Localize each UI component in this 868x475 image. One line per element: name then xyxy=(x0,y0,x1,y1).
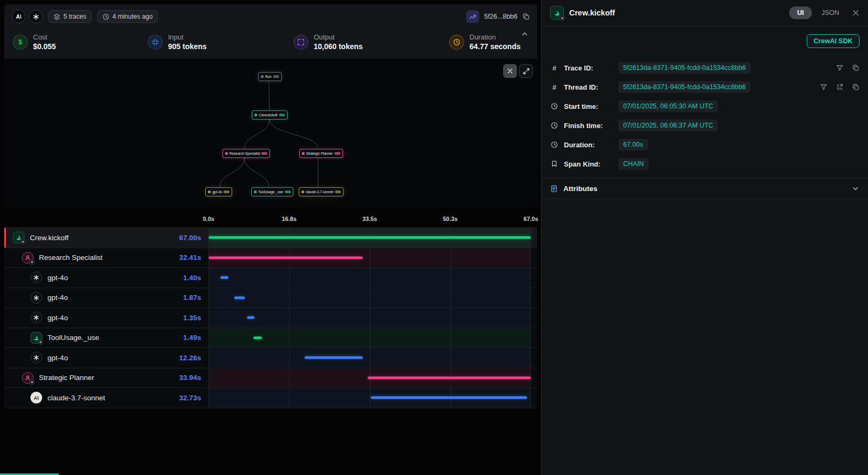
agent-icon xyxy=(22,252,34,264)
graph-node-claude-sonnet[interactable]: claude-3.7-sonnet xyxy=(299,187,344,196)
span-name: gpt-4o xyxy=(47,274,68,282)
filter-icon[interactable] xyxy=(836,64,843,72)
graph-node-gpt-4o[interactable]: gpt-4o xyxy=(205,187,232,196)
field-start-time: Start time: 07/01/2025, 06:05:30 AM UTC xyxy=(550,97,859,116)
timeline-track xyxy=(209,268,531,288)
field-value: 5f2613da-8371-9405-fcdd-0a1534cc8bb6 xyxy=(618,62,751,74)
copy-icon[interactable] xyxy=(522,13,530,20)
node-status-chip xyxy=(335,191,341,193)
clock-icon xyxy=(102,13,109,20)
node-dot-icon xyxy=(225,152,228,155)
span-row-gpt4o-4[interactable]: gpt-4o 12.26s xyxy=(4,348,537,368)
graph-node-research-specialist[interactable]: Research Specialist xyxy=(222,149,270,158)
document-icon xyxy=(550,185,558,193)
anthropic-logo-icon: A\ xyxy=(12,10,26,23)
time-axis: 0.0s 16.8s 33.5s 50.3s 67.0s xyxy=(209,211,531,227)
span-duration: 12.26s xyxy=(179,354,201,362)
timeline-track xyxy=(209,248,531,268)
trace-viewer-app: A\ 5 traces xyxy=(0,0,868,475)
copy-icon[interactable] xyxy=(852,83,859,91)
span-duration: 1.49s xyxy=(183,334,201,342)
clock-icon xyxy=(550,141,559,148)
span-duration: 32.73s xyxy=(179,394,201,402)
attributes-label: Attributes xyxy=(563,185,598,193)
stat-value: $0.055 xyxy=(33,42,56,51)
span-row-gpt4o-2[interactable]: gpt-4o 1.87s xyxy=(4,288,537,308)
axis-tick-label: 0.0s xyxy=(203,216,214,222)
node-label: Crew.kickoff xyxy=(259,113,277,117)
field-label: Duration: xyxy=(564,141,613,149)
span-rows: Crew.kickoff 67.00s Research Specialist … xyxy=(4,227,537,408)
span-row-crew-kickoff[interactable]: Crew.kickoff 67.00s xyxy=(4,228,537,248)
span-name: gpt-4o xyxy=(47,314,68,322)
node-dot-icon xyxy=(254,191,257,193)
field-value: 67.00s xyxy=(618,139,648,151)
tab-json[interactable]: JSON xyxy=(817,6,843,19)
stats-bar: $ Cost $0.055 Input 905 tokens xyxy=(4,29,537,59)
stat-label: Cost xyxy=(33,33,56,42)
panel-title: Crew.kickoff xyxy=(569,9,615,17)
attributes-section-toggle[interactable]: Attributes xyxy=(541,178,868,199)
trace-summary-card: A\ 5 traces xyxy=(4,4,537,59)
node-status-chip xyxy=(285,191,291,193)
close-panel-icon[interactable] xyxy=(852,9,859,17)
axis-tick-label: 67.0s xyxy=(523,216,538,222)
span-name: gpt-4o xyxy=(47,354,68,362)
timeline-track xyxy=(209,348,531,368)
graph-close-button[interactable] xyxy=(503,64,517,78)
timeline-bar xyxy=(220,276,228,279)
trace-graph-icon[interactable] xyxy=(466,10,479,23)
node-label: Research Specialist xyxy=(229,152,260,155)
crew-icon xyxy=(550,6,564,20)
graph-expand-button[interactable] xyxy=(519,64,533,78)
stat-value: 10,060 tokens xyxy=(314,42,363,51)
tab-ui[interactable]: UI xyxy=(789,6,812,19)
clock-icon xyxy=(550,102,559,110)
trace-age-badge[interactable]: 4 minutes ago xyxy=(97,10,158,23)
filter-icon[interactable] xyxy=(820,83,827,91)
span-row-research-specialist[interactable]: Research Specialist 32.41s xyxy=(4,248,537,268)
graph-node-toolusage[interactable]: ToolUsage._use xyxy=(251,187,293,196)
tool-icon xyxy=(30,332,42,344)
field-finish-time: Finish time: 07/01/2025, 06:06:37 AM UTC xyxy=(550,116,859,135)
hash-icon: # xyxy=(550,64,559,72)
collapse-stats-button[interactable] xyxy=(521,30,529,38)
trace-age-label: 4 minutes ago xyxy=(113,13,153,20)
node-status-chip xyxy=(261,152,267,155)
stat-output: Output 10,060 tokens xyxy=(293,33,449,51)
external-link-icon[interactable] xyxy=(836,83,843,91)
stat-label: Input xyxy=(168,33,206,42)
field-value: 07/01/2025, 06:05:30 AM UTC xyxy=(618,100,718,112)
openai-icon xyxy=(30,292,42,304)
node-label: gpt-4o xyxy=(212,190,222,194)
node-dot-icon xyxy=(302,152,305,155)
crew-icon xyxy=(13,232,25,243)
span-name: ToolUsage._use xyxy=(47,334,99,342)
copy-icon[interactable] xyxy=(852,64,859,72)
graph-node-run[interactable]: Run xyxy=(258,72,282,81)
span-row-gpt4o-3[interactable]: gpt-4o 1.35s xyxy=(4,308,537,328)
timeline-track xyxy=(209,288,531,308)
node-label: claude-3.7-sonnet xyxy=(306,190,333,194)
span-row-toolusage[interactable]: ToolUsage._use 1.49s xyxy=(4,328,537,349)
graph-node-crew-kickoff[interactable]: Crew.kickoff xyxy=(252,110,288,120)
sdk-row: CrewAI SDK xyxy=(541,26,868,55)
node-status-chip xyxy=(335,152,340,155)
stat-input: Input 905 tokens xyxy=(148,33,293,51)
traces-count-badge[interactable]: 5 traces xyxy=(48,10,92,23)
field-trace-id: # Trace ID: 5f2613da-8371-9405-fcdd-0a15… xyxy=(550,58,859,77)
node-status-chip xyxy=(224,191,229,193)
openai-icon xyxy=(30,352,42,363)
span-row-strategic-planner[interactable]: Strategic Planner 33.94s xyxy=(4,368,537,389)
trace-graph-canvas[interactable]: Run Crew.kickoff Research Specialist Str… xyxy=(4,59,537,207)
span-row-gpt4o-1[interactable]: gpt-4o 1.40s xyxy=(4,268,537,288)
span-name: gpt-4o xyxy=(47,294,68,302)
timeline-bar xyxy=(209,236,531,239)
agentops-badge-icon xyxy=(29,259,35,265)
graph-node-strategic-planner[interactable]: Strategic Planner xyxy=(299,149,343,158)
hash-icon: # xyxy=(550,83,559,91)
span-fields: # Trace ID: 5f2613da-8371-9405-fcdd-0a15… xyxy=(541,55,868,178)
chevron-down-icon[interactable] xyxy=(851,185,859,193)
axis-tick-label: 50.3s xyxy=(443,216,458,222)
span-row-claude-sonnet[interactable]: A\ claude-3.7-sonnet 32.73s xyxy=(4,388,537,408)
